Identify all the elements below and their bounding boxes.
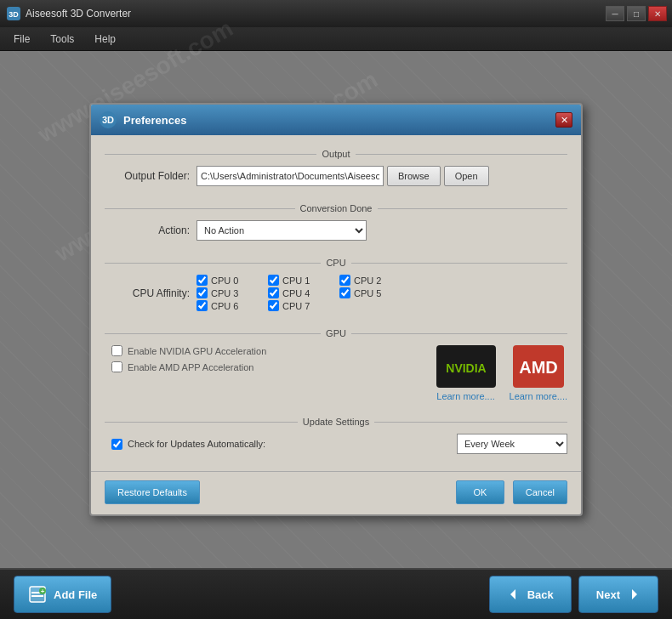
update-row: Check for Updates Automatically: Every D… (105, 434, 567, 454)
add-file-label: Add File (54, 588, 97, 601)
amd-logo-item[interactable]: AMD Learn more.... (510, 345, 567, 401)
cpu-1-checkbox[interactable] (268, 275, 279, 286)
svg-rect-6 (31, 595, 43, 597)
gpu-line-right (351, 333, 567, 334)
gpu-label: GPU (321, 328, 351, 338)
cpu-1-label: CPU 1 (282, 275, 310, 286)
svg-text:3D: 3D (9, 10, 19, 19)
update-check-label: Check for Updates Automatically: (111, 439, 457, 450)
cpu-checkbox-group: CPU 0 CPU 1 CPU 2 CPU 3 (196, 275, 469, 311)
next-button[interactable]: Next (578, 576, 658, 613)
cpu-affinity-row: CPU Affinity: CPU 0 CPU 1 CPU 2 (105, 275, 567, 311)
dialog-title-bar: 3D Preferences ✕ (91, 105, 581, 135)
conversion-line-right (378, 208, 568, 209)
nvidia-logo-item[interactable]: NVIDIA Learn more.... (436, 345, 496, 401)
cpu-2-item: CPU 2 (339, 275, 407, 286)
amd-option: Enable AMD APP Acceleration (111, 361, 436, 372)
browse-button[interactable]: Browse (387, 166, 441, 186)
cpu-0-label: CPU 0 (211, 275, 238, 286)
cpu-3-label: CPU 3 (211, 288, 238, 298)
gpu-line-left (105, 333, 321, 334)
back-label: Back (527, 588, 554, 601)
nvidia-logo: NVIDIA (436, 345, 496, 388)
output-section-header: Output (105, 149, 567, 159)
conversion-line-left (105, 208, 295, 209)
cpu-1-item: CPU 1 (268, 275, 336, 286)
gpu-logos: NVIDIA Learn more.... AMD Learn more.... (436, 345, 567, 401)
output-line-right (356, 154, 567, 155)
bottom-bar: + Add File Back Next (0, 568, 672, 619)
cpu-5-label: CPU 5 (354, 288, 381, 298)
amd-label: Enable AMD APP Acceleration (128, 362, 253, 372)
cpu-7-checkbox[interactable] (268, 300, 279, 311)
svg-text:+: + (41, 588, 45, 595)
output-folder-input[interactable] (196, 166, 384, 186)
update-check-text: Check for Updates Automatically: (128, 439, 265, 449)
update-section-header: Update Settings (105, 417, 567, 427)
cpu-5-item: CPU 5 (339, 287, 407, 298)
update-label: Update Settings (298, 417, 374, 427)
nvidia-option: Enable NVIDIA GPU Acceleration (111, 345, 436, 356)
auto-update-checkbox[interactable] (111, 439, 122, 450)
amd-learn-more[interactable]: Learn more.... (510, 391, 567, 401)
menu-tools[interactable]: Tools (40, 30, 84, 48)
update-line-left (105, 422, 298, 423)
add-file-icon: + (28, 585, 47, 604)
output-line-left (105, 154, 316, 155)
conversion-label: Conversion Done (295, 203, 378, 213)
dialog-close-button[interactable]: ✕ (555, 112, 572, 128)
cpu-3-checkbox[interactable] (196, 287, 208, 298)
output-folder-row: Output Folder: Browse Open (105, 166, 567, 186)
menu-file[interactable]: File (3, 30, 40, 48)
nav-buttons: Back Next (489, 576, 658, 613)
gpu-options: Enable NVIDIA GPU Acceleration Enable AM… (111, 345, 436, 378)
cpu-section-header: CPU (105, 258, 567, 268)
dialog-ok-cancel-buttons: OK Cancel (456, 480, 568, 504)
svg-text:AMD: AMD (519, 358, 558, 377)
cpu-0-checkbox[interactable] (196, 275, 208, 286)
cpu-4-checkbox[interactable] (268, 287, 279, 298)
update-frequency-select[interactable]: Every Day Every Week Every Month Never (457, 434, 567, 454)
cpu-2-label: CPU 2 (354, 275, 381, 286)
cpu-6-label: CPU 6 (211, 301, 238, 311)
nvidia-learn-more[interactable]: Learn more.... (436, 391, 494, 401)
svg-marker-9 (510, 589, 515, 599)
cancel-button[interactable]: Cancel (513, 480, 567, 504)
action-label: Action: (111, 224, 196, 236)
maximize-button[interactable]: □ (627, 6, 646, 21)
nvidia-label: Enable NVIDIA GPU Acceleration (128, 346, 266, 356)
ok-button[interactable]: OK (456, 480, 505, 504)
back-icon (507, 588, 521, 601)
menu-help[interactable]: Help (84, 30, 126, 48)
minimize-button[interactable]: ─ (606, 6, 624, 21)
open-button[interactable]: Open (444, 166, 489, 186)
cpu-2-checkbox[interactable] (339, 275, 350, 286)
next-label: Next (596, 588, 620, 601)
cpu-3-item: CPU 3 (196, 287, 265, 298)
cpu-affinity-label: CPU Affinity: (111, 287, 196, 299)
nvidia-checkbox[interactable] (111, 345, 122, 356)
cpu-0-item: CPU 0 (196, 275, 265, 286)
amd-logo: AMD (513, 345, 564, 388)
dialog-footer: Restore Defaults OK Cancel (91, 471, 581, 514)
svg-rect-5 (31, 592, 40, 593)
main-area: www.aiseesoft.com www.aiseesoft.com www.… (0, 51, 672, 568)
cpu-5-checkbox[interactable] (339, 287, 350, 298)
update-line-right (374, 422, 567, 423)
cpu-6-checkbox[interactable] (196, 300, 208, 311)
dialog-icon: 3D (100, 111, 117, 128)
dialog-title: Preferences (123, 114, 555, 127)
app-icon: 3D (7, 7, 20, 20)
cpu-4-label: CPU 4 (282, 288, 310, 298)
back-button[interactable]: Back (489, 576, 572, 613)
gpu-section-header: GPU (105, 328, 567, 338)
action-select[interactable]: No Action Open Output Folder Shut Down (196, 220, 367, 241)
cpu-6-item: CPU 6 (196, 300, 265, 311)
app-title: Aiseesoft 3D Converter (26, 8, 131, 20)
app-close-button[interactable]: ✕ (648, 6, 667, 21)
preferences-dialog: 3D Preferences ✕ Output Output Folder: B… (89, 103, 583, 516)
amd-checkbox[interactable] (111, 361, 122, 372)
restore-defaults-button[interactable]: Restore Defaults (105, 480, 200, 504)
add-file-button[interactable]: + Add File (14, 576, 111, 613)
window-controls: ─ □ ✕ (606, 6, 667, 21)
